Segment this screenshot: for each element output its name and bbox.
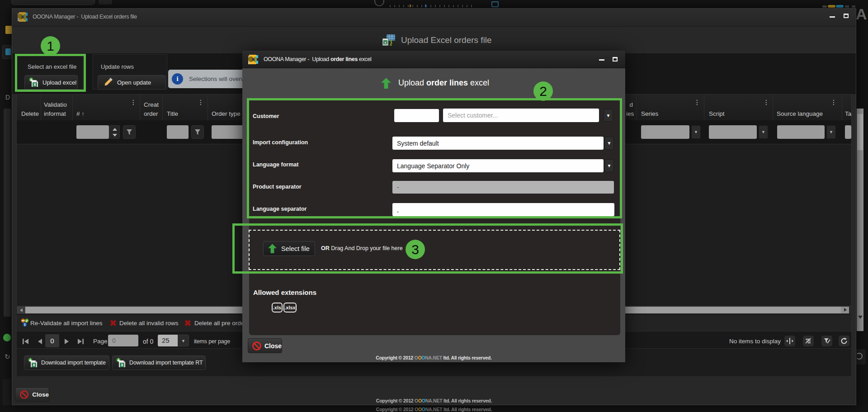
svg-text:X: X bbox=[33, 363, 35, 367]
svg-text:X: X bbox=[384, 41, 387, 45]
svg-text:X: X bbox=[121, 363, 123, 367]
